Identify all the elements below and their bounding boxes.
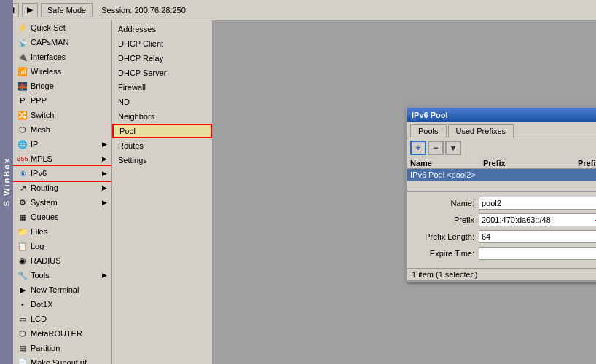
side-panel-item-addresses[interactable]: Addresses <box>112 22 212 36</box>
prefix-length-label: Prefix Length: <box>413 232 479 241</box>
sidebar-item-label: Partition <box>31 344 60 352</box>
sidebar-item-label: Files <box>31 227 47 236</box>
sidebar-item-log[interactable]: 📋 Log <box>13 239 111 253</box>
sidebar-item-label: IPv6 <box>31 169 47 178</box>
tools-icon: 🔧 <box>17 270 28 280</box>
sidebar-item-wireless[interactable]: 📶 Wireless <box>13 64 111 79</box>
prefix-length-input[interactable] <box>479 230 596 243</box>
routes-label: Routes <box>118 141 144 150</box>
side-panel-item-firewall[interactable]: Firewall <box>112 80 212 95</box>
sidebar-item-label: Log <box>31 242 44 250</box>
ip-icon: 🌐 <box>17 139 28 149</box>
sidebar-item-label: Dot1X <box>31 300 53 309</box>
sidebar-item-new-terminal[interactable]: ▶ New Terminal <box>13 282 111 297</box>
sidebar-item-lcd[interactable]: ▭ LCD <box>13 312 111 326</box>
form-row-expire-time: Expire Time: <box>413 247 596 260</box>
dhcp-relay-label: DHCP Relay <box>118 54 163 63</box>
col-header-name: Name <box>410 159 483 167</box>
sidebar-item-tools[interactable]: 🔧 Tools ▶ <box>13 268 111 282</box>
side-panel-item-dhcp-client[interactable]: DHCP Client <box>112 36 212 51</box>
prefix-input[interactable] <box>479 213 596 226</box>
pool-status-text: 1 item (1 selected) <box>412 270 477 279</box>
sidebar-item-label: MetaROUTER <box>31 329 82 338</box>
expire-time-input[interactable] <box>479 247 596 260</box>
firewall-label: Firewall <box>118 83 146 92</box>
queues-icon: ▦ <box>17 212 28 222</box>
pool-window: IPv6 Pool _ □ ✕ Pools Used Prefixes + − … <box>406 106 596 282</box>
sidebar-item-label: Tools <box>31 271 50 280</box>
sidebar-item-label: Make Supout.rif <box>31 358 87 364</box>
settings-label: Settings <box>118 156 147 165</box>
files-icon: 📁 <box>17 226 28 237</box>
sidebar-item-ppp[interactable]: P PPP <box>13 93 111 108</box>
sidebar-item-quick-set[interactable]: ⚡ Quick Set <box>13 20 111 35</box>
table-row[interactable]: IPv6 Pool <pool2> <box>407 169 596 181</box>
ppp-icon: P <box>17 95 28 106</box>
sidebar-item-ip[interactable]: 🌐 IP ▶ <box>13 137 111 151</box>
ipv6-icon: ⑥ <box>17 168 28 178</box>
sidebar-item-routing[interactable]: ↗ Routing ▶ <box>13 181 111 195</box>
sidebar-item-label: Bridge <box>31 82 54 90</box>
sidebar-item-metarouter[interactable]: ⬡ MetaROUTER <box>13 326 111 341</box>
sidebar-item-label: Routing <box>31 183 58 192</box>
col-header-prefix: Prefix <box>483 159 578 167</box>
main-layout: S WinBox ⚡ Quick Set 📡 CAPsMAN 🔌 Interfa… <box>0 20 596 364</box>
side-panel-item-dhcp-server[interactable]: DHCP Server <box>112 66 212 80</box>
sidebar-item-label: Quick Set <box>31 23 66 32</box>
col-header-prefix-length: Prefix Length <box>578 159 596 167</box>
ipv6-submenu: Addresses DHCP Client DHCP Relay DHCP Se… <box>112 20 213 364</box>
pool-window-titlebar: IPv6 Pool _ □ ✕ <box>407 108 596 122</box>
filter-button[interactable]: ▼ <box>445 141 461 155</box>
sidebar-item-ipv6[interactable]: ⑥ IPv6 ▶ <box>13 166 111 181</box>
radius-icon: ◉ <box>17 256 28 266</box>
safe-mode-button[interactable]: Safe Mode <box>41 3 93 17</box>
bridge-icon: 🌉 <box>17 81 28 91</box>
ipv6-arrow-icon: ▶ <box>102 170 107 177</box>
arrow-annotation <box>592 213 596 229</box>
name-label: Name: <box>413 199 479 207</box>
sidebar-item-label: MPLS <box>31 154 52 163</box>
ip-arrow-icon: ▶ <box>102 141 107 148</box>
sidebar-item-dot1x[interactable]: • Dot1X <box>13 297 111 312</box>
pool-table-body: IPv6 Pool <pool2> <box>407 169 596 191</box>
sidebar-item-label: PPP <box>31 96 47 105</box>
expire-time-label: Expire Time: <box>413 249 479 258</box>
sidebar-item-bridge[interactable]: 🌉 Bridge <box>13 79 111 93</box>
side-panel-item-neighbors[interactable]: Neighbors <box>112 109 212 124</box>
sidebar-item-radius[interactable]: ◉ RADIUS <box>13 253 111 268</box>
sidebar-item-label: IP <box>31 140 38 149</box>
partition-icon: ▤ <box>17 343 28 353</box>
side-panel-item-nd[interactable]: ND <box>112 95 212 109</box>
sidebar-item-mesh[interactable]: ⬡ Mesh <box>13 122 111 137</box>
forward-button[interactable]: ▶ <box>22 3 38 17</box>
side-panel-item-dhcp-relay[interactable]: DHCP Relay <box>112 51 212 66</box>
form-row-name: Name: <box>413 197 596 210</box>
sidebar-item-partition[interactable]: ▤ Partition <box>13 341 111 355</box>
sidebar-item-label: RADIUS <box>31 256 61 265</box>
sidebar-item-system[interactable]: ⚙ System ▶ <box>13 195 111 210</box>
remove-button[interactable]: − <box>428 141 444 155</box>
add-button[interactable]: + <box>410 141 426 155</box>
sidebar-item-capsman[interactable]: 📡 CAPsMAN <box>13 35 111 50</box>
sidebar-item-make-supout[interactable]: 📄 Make Supout.rif <box>13 355 111 364</box>
sidebar-item-files[interactable]: 📁 Files <box>13 224 111 239</box>
side-panel-item-routes[interactable]: Routes <box>112 138 212 153</box>
side-panel-item-settings[interactable]: Settings <box>112 153 212 167</box>
side-panel-item-pool[interactable]: Pool <box>112 124 212 138</box>
sidebar-item-switch[interactable]: 🔀 Switch <box>13 108 111 122</box>
sidebar-item-mpls[interactable]: 355 MPLS ▶ <box>13 151 111 166</box>
nd-label: ND <box>118 98 130 106</box>
pool-window-title: IPv6 Pool <box>412 111 448 119</box>
tab-used-prefixes[interactable]: Used Prefixes <box>448 124 514 138</box>
tab-pools[interactable]: Pools <box>410 124 447 138</box>
pool-table-header: Name Prefix Prefix Length <box>407 158 596 169</box>
form-row-prefix-length: Prefix Length: <box>413 230 596 243</box>
name-input[interactable] <box>479 197 596 210</box>
sidebar-item-queues[interactable]: ▦ Queues <box>13 210 111 224</box>
terminal-icon: ▶ <box>17 285 28 295</box>
system-icon: ⚙ <box>17 197 28 207</box>
tools-arrow-icon: ▶ <box>102 272 107 279</box>
sidebar-item-label: Wireless <box>31 67 61 76</box>
sidebar-item-interfaces[interactable]: 🔌 Interfaces <box>13 50 111 64</box>
sidebar-item-label: Switch <box>31 111 54 119</box>
